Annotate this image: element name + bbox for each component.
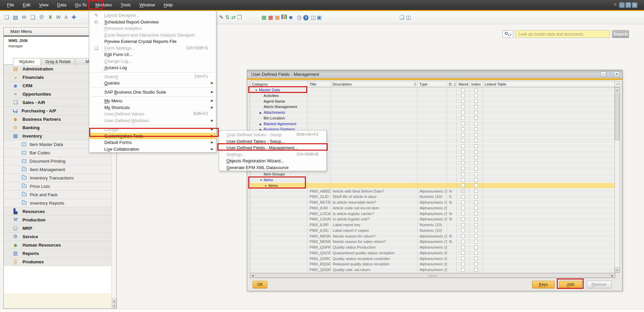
category-row-alerts-management[interactable]: Alerts Management bbox=[250, 104, 615, 110]
horizontal-scrollbar[interactable]: ◀ ▶ bbox=[250, 273, 615, 278]
mandatory-checkbox[interactable] bbox=[461, 234, 465, 238]
index-checkbox[interactable] bbox=[474, 201, 478, 204]
minimize-icon[interactable]: – bbox=[619, 2, 625, 8]
mandatory-checkbox[interactable] bbox=[461, 150, 465, 154]
mandatory-checkbox[interactable] bbox=[461, 195, 465, 199]
menu-view[interactable]: View bbox=[35, 1, 53, 9]
sidebar-item-service[interactable]: ⚙Service bbox=[4, 232, 112, 241]
tab-drag-relate[interactable]: Drag & Relate bbox=[41, 58, 75, 65]
field-row-pmx-qsrc[interactable]: PMX_QSRCQuality status reception control… bbox=[250, 256, 615, 262]
mandatory-checkbox[interactable] bbox=[461, 133, 465, 137]
index-checkbox[interactable] bbox=[474, 116, 478, 120]
menu-item-preview-external-crystal-reports-file[interactable]: Preview External Crystal Reports File bbox=[89, 38, 216, 45]
field-row-pmx-loun[interactable]: PMX_LOUNIs article logistic unit?Alphanu… bbox=[250, 216, 615, 222]
index-checkbox[interactable] bbox=[474, 105, 478, 109]
email-icon[interactable]: ✉ bbox=[20, 13, 28, 21]
menu-item-customization-tools[interactable]: Customization Tools▶ bbox=[89, 133, 216, 140]
sidebar-item-pick-and-pack[interactable]: Pick and Pack bbox=[4, 191, 112, 199]
scrollbar-thumb[interactable] bbox=[615, 93, 620, 140]
remove-button[interactable]: Remove bbox=[587, 281, 611, 289]
mandatory-checkbox[interactable] bbox=[461, 246, 465, 249]
column-header-index[interactable]: Index bbox=[470, 81, 483, 87]
tree-expanded-icon[interactable]: ▼ bbox=[260, 178, 264, 183]
column-header-mand[interactable]: Mand. bbox=[457, 81, 470, 87]
mandatory-checkbox[interactable]: ✓ bbox=[461, 189, 465, 193]
mandatory-checkbox[interactable] bbox=[461, 127, 465, 131]
category-row-agent-name[interactable]: Agent Name bbox=[250, 99, 615, 104]
index-checkbox[interactable] bbox=[474, 246, 478, 249]
screen-icon[interactable]: ▣ bbox=[315, 13, 323, 21]
index-checkbox[interactable] bbox=[474, 217, 478, 221]
field-row-pmx-qspr[interactable]: PMX_QSPRQuality status ProductionAlphanu… bbox=[250, 245, 615, 250]
keys-button[interactable]: Keys bbox=[532, 281, 555, 289]
mandatory-checkbox[interactable] bbox=[461, 167, 465, 170]
field-row-pmx-hbbd[interactable]: PMX_HBBDArticle with Best Before Date?Al… bbox=[250, 189, 615, 194]
mandatory-checkbox[interactable] bbox=[461, 223, 465, 227]
mandatory-checkbox[interactable] bbox=[461, 94, 465, 97]
tree-expanded-icon[interactable]: ▼ bbox=[255, 88, 259, 93]
ok-button[interactable]: OK bbox=[253, 281, 267, 289]
close-icon[interactable]: ✕ bbox=[632, 2, 637, 8]
category-row-items[interactable]: ▼Items bbox=[250, 177, 615, 183]
tree-expanded-icon[interactable]: ▼ bbox=[264, 184, 268, 188]
menu-help[interactable]: Help bbox=[159, 1, 177, 9]
field-row-pmx-loca[interactable]: PMX_LOCAIs article logistic carrier?Alph… bbox=[250, 211, 615, 217]
sms-icon[interactable]: ❑ bbox=[29, 13, 37, 21]
menu-item-user-defined-tables-setup[interactable]: User-Defined Tables - Setup... bbox=[219, 138, 326, 145]
menu-item-edit-form-ui[interactable]: Edit Form UI... bbox=[89, 51, 216, 58]
mandatory-checkbox[interactable] bbox=[461, 217, 465, 221]
search-button[interactable]: Search bbox=[612, 30, 629, 38]
mandatory-checkbox[interactable] bbox=[461, 105, 465, 109]
menu-item-my-shortcuts[interactable]: My Shortcuts▶ bbox=[89, 104, 216, 111]
menu-item-user-defined-fields-management[interactable]: User-Defined Fields - Management... bbox=[219, 145, 326, 151]
index-checkbox[interactable] bbox=[474, 262, 478, 266]
category-row-activities[interactable]: Activities bbox=[250, 93, 615, 99]
menu-item-live-collaboration[interactable]: Live Collaboration▶ bbox=[89, 146, 216, 153]
scroll-up-icon[interactable]: ▲ bbox=[112, 299, 116, 303]
index-checkbox[interactable] bbox=[474, 268, 478, 272]
sidebar-item-price-lists[interactable]: Price Lists bbox=[4, 182, 112, 191]
monitor-icon[interactable]: ◫ bbox=[405, 13, 413, 21]
index-checkbox[interactable] bbox=[474, 251, 478, 255]
field-row-pmx-ilrp[interactable]: PMX_ILRPLabel report keyNumeric (10) bbox=[250, 222, 615, 228]
mandatory-checkbox[interactable] bbox=[461, 111, 465, 114]
index-checkbox[interactable] bbox=[474, 184, 478, 187]
menu-item-scheduled-report-overview[interactable]: ◴Scheduled Report Overview bbox=[89, 19, 216, 25]
scroll-down-icon[interactable]: ▼ bbox=[615, 268, 620, 272]
maximize-icon[interactable]: ❐ bbox=[626, 2, 631, 8]
add-button[interactable]: Add bbox=[559, 281, 582, 289]
mandatory-checkbox[interactable] bbox=[461, 161, 465, 165]
menu-item-sap-business-one-studio-suite[interactable]: SAP Business One Studio Suite▶ bbox=[89, 89, 216, 96]
menu-item-access-log[interactable]: Access Log bbox=[89, 64, 216, 71]
tree-collapsed-icon[interactable]: ▶ bbox=[260, 122, 264, 126]
field-row-pmx-nrsr[interactable]: PMX_NRSRNeeds reason for sales return?Al… bbox=[250, 239, 615, 245]
help-icon[interactable]: ? bbox=[302, 13, 310, 21]
mandatory-checkbox[interactable] bbox=[461, 99, 465, 103]
field-row-pmx-ilrc[interactable]: PMX_ILRCLabel report # copiesNumeric (10… bbox=[250, 228, 615, 233]
search-type-button[interactable]: ▼ bbox=[502, 30, 513, 38]
sidebar-item-resources[interactable]: ▙Resources bbox=[4, 207, 112, 216]
index-checkbox[interactable] bbox=[474, 88, 478, 92]
menu-window[interactable]: Window bbox=[135, 1, 159, 9]
column-header-linked-table[interactable]: Linked Table bbox=[483, 81, 615, 87]
mandatory-checkbox[interactable] bbox=[461, 228, 465, 232]
field-row-pmx-nrsn[interactable]: PMX_NRSNNeeds reason for return?Alphanum… bbox=[250, 233, 615, 239]
field-row-pmx-slid[interactable]: PMX_SLIDShelf life of article in daysNum… bbox=[250, 194, 615, 200]
sidebar-item-item-management[interactable]: Item Management bbox=[4, 165, 112, 174]
sidebar-item-reports[interactable]: ▥Reports bbox=[4, 249, 112, 258]
menu-item-generate-efm-xml-datasource[interactable]: Generate EFM XML Datasource bbox=[219, 164, 326, 171]
index-checkbox[interactable] bbox=[474, 228, 478, 232]
sidebar-item-document-printing[interactable]: Document Printing bbox=[4, 157, 112, 165]
minimize-icon[interactable]: – bbox=[600, 71, 606, 77]
menu-item-queries[interactable]: Queries▶ bbox=[89, 80, 216, 87]
index-checkbox[interactable] bbox=[474, 172, 478, 176]
scroll-down-icon[interactable]: ▼ bbox=[112, 304, 116, 308]
column-header-category[interactable]: Category bbox=[250, 81, 308, 87]
column-header-d[interactable]: D. bbox=[447, 81, 457, 87]
category-row-attachments[interactable]: ▶Attachments bbox=[250, 110, 615, 115]
vertical-scrollbar[interactable]: ▲ ▼ bbox=[614, 87, 620, 273]
sidebar-item-inventory-reports[interactable]: Inventory Reports bbox=[4, 199, 112, 207]
sidebar-item-inventory-transactions[interactable]: Inventory Transactions bbox=[4, 174, 112, 182]
scroll-right-icon[interactable]: ▶ bbox=[610, 273, 615, 278]
export-word-icon[interactable]: W bbox=[54, 13, 62, 21]
